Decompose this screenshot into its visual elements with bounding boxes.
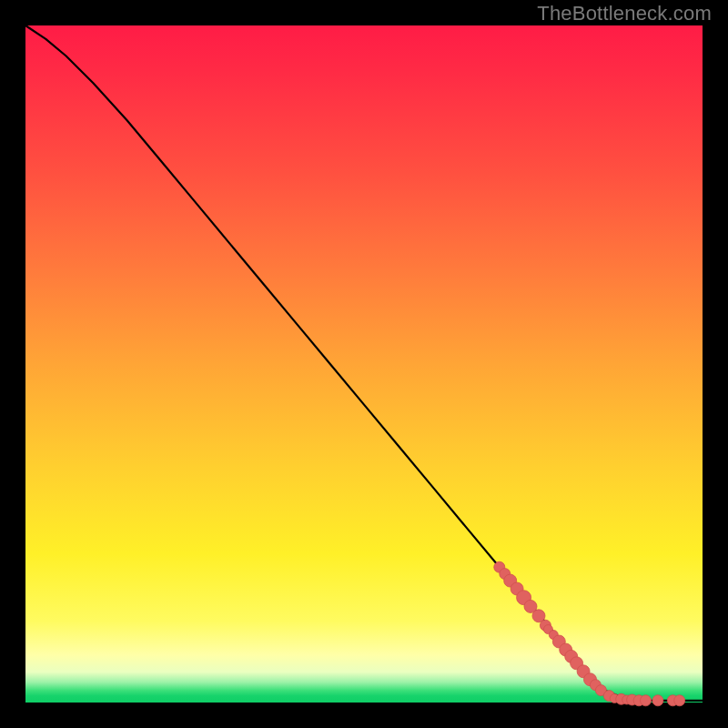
attribution-label: TheBottleneck.com (537, 2, 712, 25)
scatter-dots (494, 561, 685, 706)
stage: TheBottleneck.com (0, 0, 728, 728)
data-point (674, 695, 685, 706)
data-point (652, 695, 663, 706)
chart-svg (25, 25, 703, 703)
data-point (641, 695, 652, 706)
curve-line (25, 25, 703, 701)
plot-area (25, 25, 703, 703)
